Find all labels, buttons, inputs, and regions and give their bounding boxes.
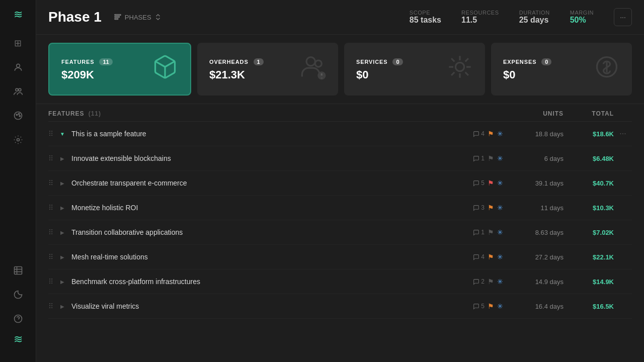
col-total-header: TOTAL: [564, 110, 614, 117]
row-feature-name: This is a sample feature: [71, 130, 468, 138]
row-feature-name: Innovate extensible blockchains: [71, 154, 468, 162]
task-count: 1: [473, 229, 485, 236]
card-features-label: FEATURES: [61, 59, 95, 65]
table-row[interactable]: ⠿ ▼ This is a sample feature 4 ⚑ ✳ 18.8 …: [48, 122, 632, 146]
card-overheads-value: $21.3K: [209, 68, 264, 81]
row-feature-name: Benchmark cross-platform infrastructures: [71, 278, 468, 286]
svg-point-2: [18, 88, 21, 91]
row-total: $40.7K: [564, 179, 614, 187]
drag-handle: ⠿: [48, 228, 53, 236]
cards-row: FEATURES 11 $209K OVERHEADS 1 $21.3K: [36, 35, 644, 104]
header: Phase 1 PHASES SCOPE 85 tasks RESOURCES: [36, 0, 644, 35]
expand-toggle[interactable]: ▼: [57, 129, 67, 139]
card-services[interactable]: SERVICES 0 $0: [344, 43, 485, 96]
logo[interactable]: ≋: [14, 8, 23, 21]
table-row[interactable]: ⠿ ▶ Orchestrate transparent e-commerce 5…: [48, 171, 632, 196]
features-count: (11): [89, 110, 101, 117]
expand-toggle[interactable]: ▶: [57, 227, 67, 237]
expand-toggle[interactable]: ▶: [57, 252, 67, 262]
table-row[interactable]: ⠿ ▶ Benchmark cross-platform infrastruct…: [48, 269, 632, 294]
settings-icon[interactable]: [8, 130, 28, 150]
row-feature-name: Mesh real-time solutions: [71, 253, 468, 261]
star-icon: ✳: [497, 154, 503, 162]
page-title: Phase 1: [48, 9, 102, 25]
card-overheads-info: OVERHEADS 1 $21.3K: [209, 57, 264, 81]
card-overheads-badge: 1: [254, 58, 264, 65]
table-header: FEATURES (11) UNITS TOTAL: [48, 104, 632, 122]
star-icon: ✳: [497, 302, 503, 310]
team-icon[interactable]: [8, 81, 28, 102]
star-icon: ✳: [497, 228, 503, 236]
table-icon[interactable]: [8, 260, 28, 281]
features-label: FEATURES: [48, 110, 84, 117]
expand-toggle[interactable]: ▶: [57, 277, 67, 287]
moon-icon[interactable]: [8, 285, 28, 305]
svg-point-3: [14, 112, 22, 120]
phases-button[interactable]: PHASES: [110, 11, 166, 23]
card-expenses[interactable]: EXPENSES 0 $0: [491, 43, 632, 96]
svg-point-0: [16, 64, 20, 67]
svg-point-19: [315, 60, 321, 67]
svg-point-21: [455, 62, 464, 71]
col-units-header: UNITS: [503, 110, 564, 117]
row-tags: 4 ⚑ ✳: [473, 130, 503, 138]
card-overheads-icon: [300, 54, 326, 84]
star-icon: ✳: [497, 204, 503, 212]
expand-toggle[interactable]: ▶: [57, 153, 67, 163]
resources-label: RESOURCES: [461, 10, 499, 16]
palette-icon[interactable]: [8, 106, 28, 126]
row-total: $7.02K: [564, 229, 614, 236]
table-rows: ⠿ ▼ This is a sample feature 4 ⚑ ✳ 18.8 …: [48, 122, 632, 319]
table-row[interactable]: ⠿ ▶ Transition collaborative application…: [48, 220, 632, 245]
card-features[interactable]: FEATURES 11 $209K: [48, 43, 191, 96]
row-units: 6 days: [503, 155, 564, 162]
more-icon: ···: [620, 13, 626, 21]
margin-value: 50%: [570, 16, 586, 25]
features-table: FEATURES (11) UNITS TOTAL ⠿ ▼ This is a …: [36, 104, 644, 362]
drag-handle: ⠿: [48, 130, 53, 138]
card-services-icon: [447, 54, 473, 84]
row-feature-name: Transition collaborative applications: [71, 228, 468, 236]
users-icon[interactable]: [8, 57, 28, 77]
card-overheads[interactable]: OVERHEADS 1 $21.3K: [197, 43, 338, 96]
drag-handle: ⠿: [48, 154, 53, 162]
expand-toggle[interactable]: ▶: [57, 301, 67, 311]
drag-handle: ⠿: [48, 278, 53, 286]
stat-scope: SCOPE 85 tasks: [410, 10, 441, 25]
row-units: 39.1 days: [503, 179, 564, 187]
row-total: $16.5K: [564, 303, 614, 310]
help-icon[interactable]: [8, 309, 28, 329]
row-total: $22.1K: [564, 253, 614, 261]
flag-icon: ⚑: [488, 130, 494, 138]
expand-toggle[interactable]: ▶: [57, 203, 67, 213]
flag-icon: ⚑: [488, 204, 494, 212]
task-count: 1: [473, 155, 485, 162]
grid-icon[interactable]: ⊞: [8, 33, 28, 53]
row-units: 14.9 days: [503, 278, 564, 286]
table-row[interactable]: ⠿ ▶ Monetize holistic ROI 3 ⚑ ✳ 11 days …: [48, 196, 632, 220]
margin-label: MARGIN: [570, 10, 594, 16]
row-tags: 2 ⚑ ✳: [473, 278, 503, 286]
star-icon: ✳: [497, 278, 503, 286]
card-expenses-value: $0: [503, 68, 551, 81]
expand-toggle[interactable]: ▶: [57, 178, 67, 188]
row-tags: 5 ⚑ ✳: [473, 302, 503, 310]
card-expenses-badge: 0: [541, 58, 551, 65]
header-more-button[interactable]: ···: [614, 8, 632, 26]
table-row[interactable]: ⠿ ▶ Visualize viral metrics 5 ⚑ ✳ 16.4 d…: [48, 294, 632, 319]
drag-handle: ⠿: [48, 253, 53, 261]
row-units: 8.63 days: [503, 229, 564, 236]
table-row[interactable]: ⠿ ▶ Mesh real-time solutions 4 ⚑ ✳ 27.2 …: [48, 245, 632, 269]
row-tags: 4 ⚑ ✳: [473, 253, 503, 261]
bottom-logo[interactable]: ≋: [14, 333, 23, 346]
row-feature-name: Orchestrate transparent e-commerce: [71, 179, 468, 187]
table-row[interactable]: ⠿ ▶ Innovate extensible blockchains 1 ⚑ …: [48, 146, 632, 171]
row-total: $18.6K: [564, 130, 614, 138]
row-units: 27.2 days: [503, 253, 564, 261]
duration-value: 25 days: [519, 16, 549, 25]
row-more-button[interactable]: ···: [614, 129, 632, 138]
row-feature-name: Monetize holistic ROI: [71, 204, 468, 212]
card-features-value: $209K: [61, 68, 113, 81]
card-features-icon: [152, 54, 178, 84]
svg-point-18: [306, 57, 315, 66]
